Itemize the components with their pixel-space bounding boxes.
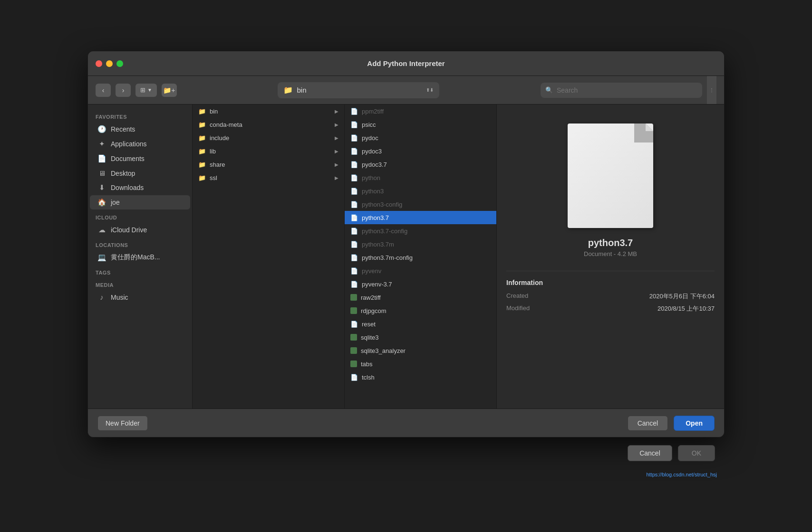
file-sqlite3-analyzer[interactable]: sqlite3_analyzer <box>345 344 496 357</box>
maximize-button[interactable] <box>116 60 123 67</box>
file-tclsh[interactable]: 📄 tclsh <box>345 370 496 384</box>
file-sqlite3[interactable]: sqlite3 <box>345 331 496 344</box>
sidebar-item-downloads-label: Downloads <box>111 184 144 191</box>
file-rdjpgcom[interactable]: rdjpgcom <box>345 304 496 317</box>
folder-icon: 📁 <box>198 174 206 181</box>
folder-ssl[interactable]: 📁 ssl ▶ <box>193 171 344 184</box>
folder-blue-icon: 📁 <box>283 86 293 95</box>
exe-icon <box>350 334 357 341</box>
sidebar-item-recents[interactable]: 🕐 Recents <box>90 122 190 136</box>
sidebar-item-joe[interactable]: 🏠 joe <box>90 195 190 209</box>
file-icon: 📄 <box>350 254 358 261</box>
file-raw2tiff[interactable]: raw2tiff <box>345 291 496 304</box>
file-ppm2tiff[interactable]: 📄 ppm2tiff <box>345 104 496 118</box>
music-icon: ♪ <box>97 293 106 301</box>
arrow-icon: ▶ <box>335 122 338 127</box>
sidebar-item-macbook[interactable]: 💻 黄仕爵的MacB... <box>90 250 190 265</box>
sidebar-section-icloud: iCloud <box>88 210 192 222</box>
home-icon: 🏠 <box>97 198 106 207</box>
sidebar-section-locations: Locations <box>88 238 192 250</box>
sidebar-item-documents[interactable]: 📄 Documents <box>90 152 190 166</box>
file-python3.7-config[interactable]: 📄 python3.7-config <box>345 224 496 238</box>
add-folder-icon: 📁+ <box>163 86 175 94</box>
folder-bin[interactable]: 📁 bin ▶ <box>193 104 344 118</box>
sidebar-item-music[interactable]: ♪ Music <box>90 290 190 304</box>
file-pyvenv-3.7[interactable]: 📄 pyvenv-3.7 <box>345 277 496 291</box>
new-folder-toolbar-button[interactable]: 📁+ <box>162 84 177 97</box>
file-name: sqlite3 <box>361 334 491 341</box>
preview-modified-row: Modified 2020/8/15 上午10:37 <box>506 304 715 313</box>
file-pyvenv[interactable]: 📄 pyvenv <box>345 264 496 277</box>
file-name: psicc <box>362 121 491 128</box>
arrow-icon: ▶ <box>335 175 338 180</box>
folder-include[interactable]: 📁 include ▶ <box>193 131 344 144</box>
open-button[interactable]: Open <box>674 416 715 431</box>
outer-cancel-button[interactable]: Cancel <box>628 445 672 461</box>
outer-ok-button[interactable]: OK <box>678 445 715 461</box>
file-pydoc3.7[interactable]: 📄 pydoc3.7 <box>345 158 496 171</box>
file-name: python3.7 <box>362 214 491 221</box>
file-python[interactable]: 📄 python <box>345 171 496 184</box>
file-python3.7m-config[interactable]: 📄 python3.7m-config <box>345 251 496 264</box>
titlebar: Add Python Interpreter <box>88 51 724 76</box>
file-psicc[interactable]: 📄 psicc <box>345 118 496 131</box>
file-name: python3.7-config <box>362 228 491 235</box>
file-icon: 📄 <box>350 228 358 235</box>
folder-name: lib <box>210 148 331 155</box>
outer-bottom-bar: Cancel OK <box>87 437 725 471</box>
folder-lib[interactable]: 📁 lib ▶ <box>193 144 344 158</box>
arrow-icon: ▶ <box>335 149 338 154</box>
cancel-button[interactable]: Cancel <box>628 416 668 431</box>
file-icon: 📄 <box>350 281 358 288</box>
file-icon: 📄 <box>350 161 358 168</box>
sidebar-item-applications[interactable]: ✦ Applications <box>90 137 190 151</box>
sidebar-item-downloads[interactable]: ⬇ Downloads <box>90 180 190 195</box>
preview-divider <box>506 271 715 271</box>
file-tabs[interactable]: tabs <box>345 357 496 370</box>
file-icon: 📄 <box>350 321 358 328</box>
close-button[interactable] <box>96 60 102 67</box>
view-toggle-button[interactable]: ⊞ ▼ <box>135 84 157 97</box>
traffic-lights <box>96 60 123 67</box>
preview-info-section: Information Created 2020年5月6日 下午6:04 Mod… <box>506 279 715 317</box>
sidebar-item-icloud-drive[interactable]: ☁ iCloud Drive <box>90 223 190 237</box>
folder-share[interactable]: 📁 share ▶ <box>193 158 344 171</box>
file-icon: 📄 <box>350 267 358 275</box>
file-name: pydoc3.7 <box>362 161 491 168</box>
forward-button[interactable]: › <box>116 84 131 97</box>
new-folder-button[interactable]: New Folder <box>97 416 148 431</box>
folder-name: share <box>210 161 331 168</box>
toolbar: ‹ › ⊞ ▼ 📁+ 📁 bin ⬆⬇ 🔍 <box>88 76 724 104</box>
sidebar-item-recents-label: Recents <box>111 125 135 133</box>
file-reset[interactable]: 📄 reset <box>345 317 496 331</box>
file-name: ppm2tiff <box>362 108 491 115</box>
location-dropdown[interactable]: 📁 bin ⬆⬇ <box>278 82 439 98</box>
file-python3[interactable]: 📄 python3 <box>345 184 496 198</box>
file-name: tabs <box>361 361 491 368</box>
dropdown-chevron-icon: ⬆⬇ <box>426 87 434 93</box>
folder-name: ssl <box>210 174 331 181</box>
file-name: reset <box>362 321 491 328</box>
folder-conda-meta[interactable]: 📁 conda-meta ▶ <box>193 118 344 131</box>
folder-icon: 📁 <box>198 148 206 155</box>
sidebar-section-media: Media <box>88 277 192 290</box>
file-pydoc[interactable]: 📄 pydoc <box>345 131 496 144</box>
view-chevron-icon: ▼ <box>147 87 152 93</box>
file-name: pyvenv <box>362 267 491 275</box>
file-python3.7m[interactable]: 📄 python3.7m <box>345 238 496 251</box>
file-icon: 📄 <box>350 374 358 381</box>
minimize-button[interactable] <box>106 60 113 67</box>
search-input[interactable] <box>557 86 697 94</box>
file-icon: 📄 <box>350 201 358 208</box>
file-name: pydoc <box>362 134 491 142</box>
sidebar-item-applications-label: Applications <box>111 140 147 148</box>
sidebar-item-music-label: Music <box>111 294 128 301</box>
file-python3.7[interactable]: 📄 python3.7 <box>345 211 496 224</box>
url-bar: https://blog.csdn.net/struct_hsj <box>87 471 725 481</box>
back-button[interactable]: ‹ <box>96 84 111 97</box>
location-name: bin <box>297 86 306 94</box>
file-python3-config[interactable]: 📄 python3-config <box>345 198 496 211</box>
file-pydoc3[interactable]: 📄 pydoc3 <box>345 144 496 158</box>
modified-value: 2020/8/15 上午10:37 <box>657 304 715 313</box>
sidebar-item-desktop[interactable]: 🖥 Desktop <box>90 166 190 180</box>
